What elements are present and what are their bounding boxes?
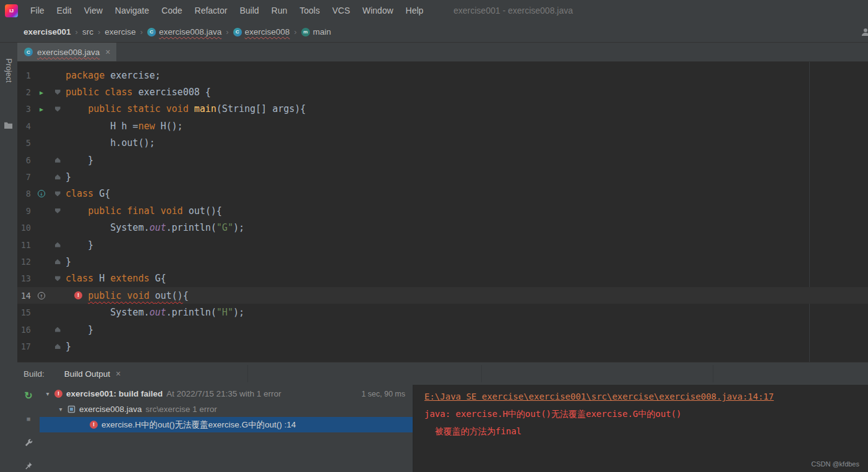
fold-marker[interactable] [49,259,66,264]
breadcrumb-item-exercise008[interactable]: Cexercise008 [233,27,290,36]
breadcrumb-separator-icon: › [136,27,147,36]
rerun-build-button[interactable]: ↻ [23,390,34,401]
fold-marker[interactable] [49,242,66,247]
breadcrumb-item-exercise[interactable]: exercise [105,27,135,36]
code-text: } [66,155,93,166]
breadcrumb-item-src[interactable]: src [82,27,93,36]
code-line[interactable]: 1package exercise; [17,67,868,84]
code-line[interactable]: 12} [17,253,868,270]
menu-vcs[interactable]: VCS [326,0,356,22]
fold-marker[interactable] [49,208,66,213]
gutter-icon-cell[interactable]: ↑ [33,292,49,299]
code-line[interactable]: 8↓class G{ [17,186,868,202]
code-line[interactable]: 5 h.out(); [17,135,868,152]
breadcrumb-item-exercise001[interactable]: exercise001 [24,27,71,36]
menu-window[interactable]: Window [356,0,400,22]
menu-tools[interactable]: Tools [293,0,326,22]
run-arrow-icon[interactable]: ▶ [40,89,43,96]
token: out [149,222,166,233]
user-icon[interactable] [861,27,868,39]
gutter-icon-cell[interactable]: ↓ [33,190,49,197]
code-text: class G{ [66,188,110,199]
fold-marker[interactable] [49,344,66,349]
build-tab-close-icon[interactable]: × [116,369,121,379]
fold-marker[interactable] [49,276,66,281]
token: H [93,273,110,284]
code-line[interactable]: 10 System.out.println("G"); [17,220,868,236]
run-arrow-icon[interactable]: ▶ [40,106,43,113]
project-stripe: Project [0,43,17,472]
tab-close-icon[interactable]: × [105,47,110,57]
editor[interactable]: 1package exercise;2▶public class exercis… [17,62,868,362]
breadcrumb-label: src [82,27,93,36]
build-console-pane[interactable]: E:\Java SE exercise\exercise001\src\exer… [413,385,868,472]
fold-end-icon [55,242,61,247]
menu-view[interactable]: View [78,0,109,22]
code-line[interactable]: 4 H h =new H(); [17,118,868,134]
line-number: 6 [17,155,33,165]
run-gutter[interactable]: ▶ [33,89,49,96]
fold-marker[interactable] [49,327,66,332]
line-number: 15 [17,307,33,317]
code-line[interactable]: 17} [17,338,868,354]
overriding-method-icon[interactable]: ↑ [38,292,45,299]
code-line[interactable]: 13class H extends G{ [17,270,868,287]
file-link[interactable]: E:\Java SE exercise\exercise001\src\exer… [424,392,774,401]
code-line[interactable]: 11 } [17,236,868,253]
build-settings-wrench-icon[interactable] [23,437,34,448]
header-separator [481,365,482,382]
build-tree: ▾!exercise001: build failedAt 2022/7/15 … [40,385,413,472]
fold-marker[interactable] [49,106,66,111]
breadcrumb-item-main[interactable]: mmain [301,27,331,36]
code-line[interactable]: 9 public final void out(){ [17,202,868,219]
pin-icon[interactable] [23,460,34,471]
code-line[interactable]: 15 System.out.println("H"); [17,304,868,320]
folder-icon[interactable] [4,121,13,132]
fold-marker[interactable] [49,90,66,95]
stop-build-button[interactable]: ■ [23,413,34,424]
code-lines: 1package exercise;2▶public class exercis… [17,62,868,355]
fold-start-icon [55,191,61,196]
code-line[interactable]: 14↑! public void out(){ [17,287,868,304]
overridden-method-icon[interactable]: ↓ [38,190,45,197]
menu-refactor[interactable]: Refactor [189,0,234,22]
build-tree-row[interactable]: ▾exercise008.javasrc\exercise 1 error [40,401,413,417]
menu-code[interactable]: Code [155,0,188,22]
run-gutter[interactable]: ▶ [33,106,49,113]
build-tree-row[interactable]: !exercise.H中的out()无法覆盖exercise.G中的out() … [40,417,413,432]
menu-build[interactable]: Build [233,0,265,22]
token: .println( [166,307,217,318]
code-line[interactable]: 16 } [17,321,868,338]
build-tree-row[interactable]: ▾!exercise001: build failedAt 2022/7/15 … [40,386,413,401]
tab-build-output[interactable]: Build Output × [59,366,126,381]
code-line[interactable]: 7} [17,168,868,185]
code-text: } [66,171,71,182]
menu-navigate[interactable]: Navigate [109,0,155,22]
token: ); [233,222,244,233]
chevron-down-icon[interactable]: ▾ [58,406,64,413]
fold-start-icon [55,90,61,95]
code-text: System.out.println("H"); [66,307,244,318]
menu-edit[interactable]: Edit [51,0,78,22]
menu-run[interactable]: Run [265,0,294,22]
code-line[interactable]: 6 } [17,152,868,168]
menu-help[interactable]: Help [400,0,430,22]
token: { [183,290,189,301]
breadcrumb-item-exercise008-java[interactable]: Cexercise008.java [147,27,221,36]
code-text: public final void out(){ [66,205,222,217]
breadcrumb-label: exercise008.java [159,27,221,36]
chevron-down-icon[interactable]: ▾ [45,390,51,397]
fold-marker[interactable] [49,174,66,179]
fold-marker[interactable] [49,158,66,163]
fold-marker[interactable] [49,191,66,196]
tab-exercise008-java[interactable]: C exercise008.java × [17,43,116,61]
fold-end-icon [55,259,61,264]
project-tool-button[interactable]: Project [4,59,13,83]
error-icon: ! [90,421,98,429]
line-number: 7 [17,172,33,182]
menu-file[interactable]: File [24,0,51,22]
code-line[interactable]: 3▶ public static void main(String[] args… [17,101,868,118]
token: } [66,155,93,166]
code-line[interactable]: 2▶public class exercise008 { [17,84,868,100]
token: H h = [66,121,138,132]
